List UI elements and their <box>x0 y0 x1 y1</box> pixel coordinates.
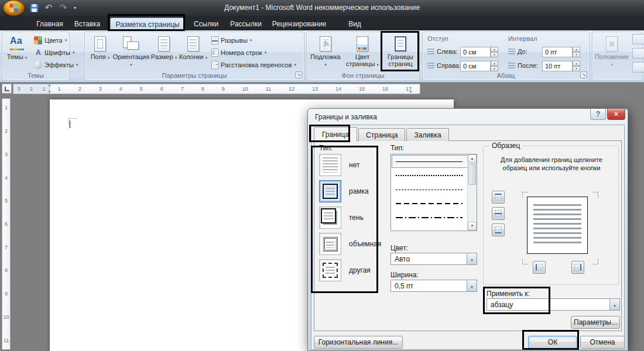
dialog-tab-page-border[interactable]: Страница <box>358 128 405 141</box>
tab-insert[interactable]: Вставка <box>70 18 104 30</box>
hyphenation-label: Расстановка переносов <box>221 61 292 68</box>
line-style-label: Тип: <box>390 144 404 152</box>
color-dropdown-arrow[interactable]: ▼ <box>467 253 477 264</box>
line-style-dashed[interactable] <box>391 197 477 211</box>
top-border-button[interactable] <box>492 191 505 204</box>
line-style-dash-dot[interactable] <box>391 211 477 225</box>
scrollbar-thumb[interactable] <box>468 164 476 185</box>
tab-view[interactable]: Вид <box>343 18 366 30</box>
spin-up-icon[interactable]: ▴ <box>573 47 580 52</box>
line-style-scrollbar[interactable]: ▲ ▼ <box>467 154 477 230</box>
color-dropdown[interactable]: Авто ▼ <box>390 253 477 265</box>
bottom-border-button[interactable] <box>492 223 505 236</box>
dialog-tab-border[interactable]: Граница <box>314 127 357 142</box>
page-borders-button[interactable]: Границы страниц <box>384 34 417 71</box>
right-border-button[interactable] <box>571 261 584 274</box>
theme-fonts-button[interactable]: Шрифты ▾ <box>33 47 76 58</box>
combo-arrow-icon: ▼ <box>613 304 616 308</box>
margins-button[interactable]: Поля ▾ <box>87 34 113 71</box>
setting-none[interactable]: нет <box>319 154 381 176</box>
paragraph-dialog-launcher[interactable]: ↘ <box>580 71 587 78</box>
tab-page-layout[interactable]: Разметка страницы <box>110 18 185 30</box>
border-settings-list: нет рамка тень объемная <box>319 154 381 285</box>
scroll-down-icon[interactable]: ▼ <box>468 222 477 230</box>
spin-up-icon[interactable]: ▴ <box>491 61 498 66</box>
left-indent-marker[interactable]: ▲ <box>47 89 52 93</box>
page-setup-dialog-launcher[interactable]: ↘ <box>295 71 302 78</box>
inside-horizontal-border-button[interactable] <box>492 207 505 220</box>
cutoff-ribbon-icon[interactable] <box>632 48 644 58</box>
columns-button[interactable]: Колонки ▾ <box>179 34 208 71</box>
setting-shadow[interactable]: тень <box>319 207 381 229</box>
border-setting-label: Тип: <box>319 144 333 152</box>
width-dropdown-arrow[interactable]: ▼ <box>467 280 477 291</box>
tab-mailings[interactable]: Рассылки <box>227 18 265 30</box>
first-line-indent-marker[interactable]: ▼ <box>47 84 52 88</box>
right-indent-marker[interactable]: ▲ <box>409 89 413 93</box>
width-dropdown[interactable]: 0,5 пт ▼ <box>390 280 477 292</box>
hyphenation-button[interactable]: Расстановка переносов ▾ <box>210 59 297 71</box>
tab-home[interactable]: Главная <box>33 18 67 30</box>
breaks-button[interactable]: Разрывы ▾ <box>210 35 253 46</box>
line-style-dotted[interactable] <box>391 168 477 183</box>
theme-effects-button[interactable]: Эффекты ▾ <box>33 59 80 71</box>
indent-left-icon <box>427 49 434 56</box>
themes-button[interactable]: Темы ▾ <box>4 34 30 71</box>
position-button[interactable]: Положение ▾ <box>595 34 629 71</box>
dialog-close-button[interactable]: × <box>607 109 625 120</box>
line-style-solid[interactable] <box>391 154 477 168</box>
indent-left-spinner[interactable]: ▴ ▾ <box>491 47 498 57</box>
spacing-after-spinner[interactable]: ▴ ▾ <box>573 61 580 71</box>
dialog-help-button[interactable]: ? <box>590 109 606 120</box>
tab-review[interactable]: Рецензирование <box>270 18 328 30</box>
spacing-heading: Интервал <box>508 35 537 42</box>
dialog-tab-shading[interactable]: Заливка <box>406 128 448 141</box>
cutoff-ribbon-icon[interactable] <box>632 34 644 44</box>
line-style-list[interactable]: ▲ ▼ <box>390 154 477 231</box>
spin-down-icon[interactable]: ▾ <box>573 52 580 57</box>
cutoff-ribbon-icon[interactable] <box>632 62 644 73</box>
indent-right-label: Справа: <box>437 62 461 69</box>
setting-box[interactable]: рамка <box>319 180 381 202</box>
line-numbers-button[interactable]: Номера строк ▾ <box>210 47 268 58</box>
h-ruler-margin: 3·2·1 <box>13 84 50 94</box>
ok-button[interactable]: ОК <box>528 336 577 349</box>
spacing-after-field[interactable]: 10 пт <box>542 61 573 71</box>
title-bar: ↶ ↷ ▾ Документ1 - Microsoft Word некомме… <box>0 0 644 16</box>
indent-right-spinner[interactable]: ▴ ▾ <box>491 61 498 71</box>
indent-right-field[interactable]: 0 см <box>460 61 491 71</box>
left-border-button[interactable] <box>533 261 546 274</box>
page-color-button[interactable]: Цвет страницы ▾ <box>343 34 382 71</box>
indent-left-field[interactable]: 0 см <box>460 47 491 57</box>
options-button[interactable]: Параметры... <box>571 316 620 329</box>
vertical-ruler[interactable]: 1·2·3·4·5·6·7·8·9·10·11 <box>2 98 11 350</box>
spacing-after-label: После: <box>518 62 538 69</box>
spin-down-icon[interactable]: ▾ <box>491 66 498 71</box>
spacing-before-label: До: <box>518 48 527 55</box>
cancel-button[interactable]: Отмена <box>580 336 625 349</box>
orientation-button[interactable]: Ориентация ▾ <box>113 34 149 71</box>
size-button[interactable]: Размер ▾ <box>150 34 177 71</box>
position-icon <box>606 35 618 53</box>
setting-custom[interactable]: другая <box>319 259 381 281</box>
setting-3d[interactable]: объемная <box>319 233 381 255</box>
apply-to-dropdown[interactable]: абзацу ▼ <box>487 298 620 311</box>
spacing-before-spinner[interactable]: ▴ ▾ <box>573 47 580 57</box>
line-style-dashed-small[interactable] <box>391 183 477 197</box>
apply-to-dropdown-arrow[interactable]: ▼ <box>609 299 619 310</box>
spin-up-icon[interactable]: ▴ <box>491 47 498 52</box>
inside-horizontal-border-icon <box>495 210 502 217</box>
border-preview[interactable] <box>527 197 588 254</box>
theme-colors-button[interactable]: Цвета ▾ <box>33 35 68 46</box>
preview-corner-guide <box>522 259 528 264</box>
spacing-before-field[interactable]: 0 пт <box>542 47 573 57</box>
spin-down-icon[interactable]: ▾ <box>491 52 498 57</box>
tab-references[interactable]: Ссылки <box>191 18 221 30</box>
scroll-up-icon[interactable]: ▲ <box>468 154 477 163</box>
watermark-button[interactable]: Подложка ▾ <box>310 34 341 71</box>
spin-up-icon[interactable]: ▴ <box>573 61 580 66</box>
spin-down-icon[interactable]: ▾ <box>573 66 580 71</box>
horizontal-ruler[interactable]: 3·2·1 1·2·3·4·5·6·7·8·9·10·11·12·13·14·1… <box>13 84 420 94</box>
tab-stop-selector[interactable] <box>2 84 12 94</box>
horizontal-line-button[interactable]: Горизонтальная линия... <box>314 336 403 349</box>
